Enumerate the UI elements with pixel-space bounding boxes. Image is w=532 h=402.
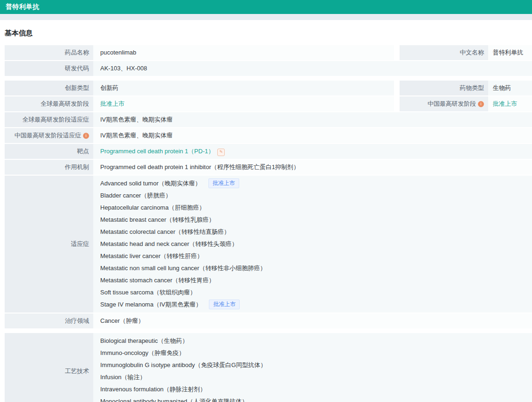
- row-moa: 作用机制 Programmed cell death protein 1 inh…: [5, 160, 532, 175]
- indication-item: Advanced solid tumor（晚期实体瘤）批准上市: [100, 177, 532, 190]
- moa-label: 作用机制: [5, 160, 93, 175]
- indication-list: Advanced solid tumor（晚期实体瘤）批准上市 Bladder …: [100, 177, 532, 311]
- china-phase-indication-label: 中国最高研发阶段适应症i: [5, 128, 93, 143]
- drug-name-label: 药品名称: [5, 45, 93, 60]
- column-gap: [394, 81, 400, 95]
- table-group-technology: 工艺技术 Biological therapeutic（生物药） Immuno-…: [5, 333, 532, 402]
- indication-item: Metastatic breast cancer（转移性乳腺癌）: [100, 214, 532, 226]
- row-innovation-type: 创新类型 创新药 药物类型 生物药: [5, 81, 532, 95]
- global-highest-phase-label: 全球最高研发阶段: [5, 96, 93, 111]
- global-phase-link[interactable]: 批准上市: [100, 100, 124, 107]
- technology-item: Intravenous formulation（静脉注射剂）: [100, 383, 532, 395]
- indication-item: Metastatic liver cancer（转移性肝癌）: [100, 250, 532, 262]
- technology-item: Immuno-oncology（肿瘤免疫）: [100, 347, 532, 359]
- rd-code-label: 研发代码: [5, 61, 93, 76]
- technology-list: Biological therapeutic（生物药） Immuno-oncol…: [100, 335, 532, 402]
- global-highest-phase-value: 批准上市: [93, 96, 394, 111]
- target-link[interactable]: Programmed cell death protein 1（PD-1）: [100, 148, 214, 155]
- innovation-type-label: 创新类型: [5, 81, 93, 95]
- drug-type-label: 药物类型: [400, 81, 488, 95]
- info-icon[interactable]: i: [478, 101, 484, 107]
- technology-item: Immunoglobulin G isotype antibody（免疫球蛋白G…: [100, 359, 532, 371]
- drug-type-value: 生物药: [488, 81, 532, 95]
- table-group-names: 药品名称 pucotenlimab 中文名称 普特利单抗 研发代码 AK-103…: [5, 45, 532, 76]
- china-phase-indication-value: IV期黑色素瘤、晚期实体瘤: [93, 128, 532, 143]
- status-badge: 批准上市: [209, 300, 240, 309]
- row-rd-code: 研发代码 AK-103、HX-008: [5, 61, 532, 76]
- row-technology: 工艺技术 Biological therapeutic（生物药） Immuno-…: [5, 333, 532, 402]
- indication-item: Hepatocellular carcinoma（肝细胞癌）: [100, 202, 532, 214]
- drug-name-value: pucotenlimab: [93, 45, 394, 60]
- technology-item: Infusion（输注）: [100, 371, 532, 383]
- table-group-development: 创新类型 创新药 药物类型 生物药 全球最高研发阶段 批准上市 中国最高研发阶段…: [5, 81, 532, 328]
- target-value: Programmed cell death protein 1（PD-1）✎: [93, 144, 532, 159]
- cn-name-label: 中文名称: [400, 45, 488, 60]
- target-label: 靶点: [5, 144, 93, 159]
- row-global-phase-indication: 全球最高研发阶段适应症 IV期黑色素瘤、晚期实体瘤: [5, 112, 532, 127]
- section-title: 基本信息: [5, 29, 532, 37]
- status-badge: 批准上市: [208, 178, 239, 188]
- basic-info-table: 药品名称 pucotenlimab 中文名称 普特利单抗 研发代码 AK-103…: [5, 45, 532, 402]
- therapy-area-label: 治疗领域: [5, 313, 93, 328]
- indication-item: Metastatic stomach cancer（转移性胃癌）: [100, 274, 532, 286]
- global-phase-indication-label: 全球最高研发阶段适应症: [5, 112, 93, 127]
- indications-value: Advanced solid tumor（晚期实体瘤）批准上市 Bladder …: [93, 176, 532, 313]
- row-indications: 适应症 Advanced solid tumor（晚期实体瘤）批准上市 Blad…: [5, 176, 532, 313]
- indication-item: Metastatic non small cell lung cancer（转移…: [100, 262, 532, 274]
- header-divider-strip: [0, 14, 532, 20]
- row-drug-name: 药品名称 pucotenlimab 中文名称 普特利单抗: [5, 45, 532, 60]
- technology-value: Biological therapeutic（生物药） Immuno-oncol…: [93, 333, 532, 402]
- indication-item: Bladder cancer（膀胱癌）: [100, 190, 532, 202]
- cn-name-value: 普特利单抗: [488, 45, 532, 60]
- indication-item: Soft tissue sarcoma（软组织肉瘤）: [100, 286, 532, 299]
- page-title: 普特利单抗: [6, 3, 40, 11]
- innovation-type-value: 创新药: [93, 81, 394, 95]
- indication-item: Stage IV melanoma（IV期黑色素瘤）批准上市: [100, 299, 532, 311]
- row-highest-phase: 全球最高研发阶段 批准上市 中国最高研发阶段i 批准上市: [5, 96, 532, 111]
- rd-code-value: AK-103、HX-008: [93, 61, 532, 76]
- china-highest-phase-value: 批准上市: [488, 96, 532, 111]
- china-highest-phase-label: 中国最高研发阶段i: [400, 96, 488, 111]
- row-china-phase-indication: 中国最高研发阶段适应症i IV期黑色素瘤、晚期实体瘤: [5, 128, 532, 143]
- indications-label: 适应症: [5, 176, 93, 313]
- technology-item: Biological therapeutic（生物药）: [100, 335, 532, 347]
- technology-label: 工艺技术: [5, 333, 93, 402]
- china-phase-link[interactable]: 批准上市: [493, 100, 517, 107]
- row-target: 靶点 Programmed cell death protein 1（PD-1）…: [5, 144, 532, 159]
- edit-icon[interactable]: ✎: [217, 149, 225, 156]
- column-gap: [394, 45, 400, 60]
- technology-item: Monoclonal antibody humanized（人源化单克隆抗体）: [100, 395, 532, 402]
- column-gap: [394, 96, 400, 111]
- info-icon[interactable]: i: [83, 133, 89, 139]
- indication-item: Metastatic head and neck cancer（转移性头颈癌）: [100, 238, 532, 250]
- row-therapy-area: 治疗领域 Cancer（肿瘤）: [5, 313, 532, 328]
- therapy-area-value: Cancer（肿瘤）: [93, 313, 532, 328]
- moa-value: Programmed cell death protein 1 inhibito…: [93, 160, 532, 175]
- page-header-bar: 普特利单抗: [0, 0, 532, 14]
- indication-item: Metastatic colorectal cancer（转移性结直肠癌）: [100, 226, 532, 238]
- global-phase-indication-value: IV期黑色素瘤、晚期实体瘤: [93, 112, 532, 127]
